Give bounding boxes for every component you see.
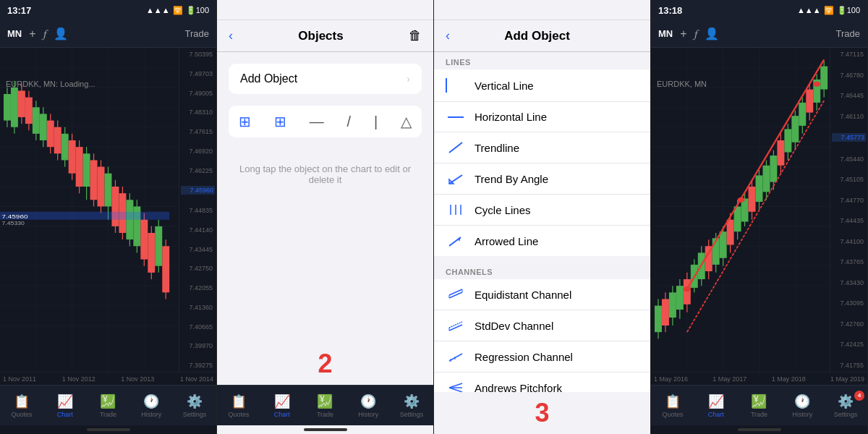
nav-item-quotes-2[interactable]: 📋 Quotes	[224, 393, 253, 418]
svg-line-170	[687, 59, 824, 289]
panel-1-chart: 13:17 ▲▲▲ 🛜 🔋100 MN + 𝑓 👤 Trade EURDKK, …	[0, 0, 217, 434]
filter-vertical-icon[interactable]: |	[374, 114, 378, 130]
svg-rect-126	[676, 286, 684, 310]
svg-line-81	[449, 322, 462, 328]
filter-line-icon[interactable]: —	[310, 114, 324, 130]
filter-all-icon[interactable]: ⊞	[239, 113, 251, 130]
modal-header-3: ‹ Add Object	[434, 20, 650, 52]
status-bar-3	[434, 0, 650, 20]
svg-rect-138	[720, 231, 727, 258]
chart-label-4: Chart	[708, 411, 724, 418]
andrews-pitchfork-item[interactable]: Andrews Pitchfork	[434, 373, 650, 392]
trade-icon-1: 💹	[100, 393, 116, 409]
chart-subtitle-1: EURDKK, MN: Loading...	[6, 80, 95, 88]
svg-rect-158	[791, 116, 799, 142]
regression-channel-item[interactable]: Regression Channel	[434, 341, 650, 373]
regression-channel-label: Regression Channel	[475, 351, 573, 363]
svg-line-77	[449, 289, 462, 295]
trade-label-1: Trade	[100, 411, 116, 418]
battery-icon-1: 🔋100	[186, 6, 209, 15]
vertical-line-item[interactable]: Vertical Line	[434, 69, 650, 102]
svg-rect-64	[162, 246, 169, 292]
battery-icon-4: 🔋100	[837, 6, 860, 15]
settings-label-1: Settings	[183, 411, 207, 418]
filter-fx-icon[interactable]: ⊞	[274, 113, 286, 130]
svg-line-68	[449, 142, 462, 153]
nav-item-chart-2[interactable]: 📈 Chart	[268, 393, 297, 418]
equidistant-channel-item[interactable]: Equidistant Channel	[434, 279, 650, 310]
nav-item-trade-2[interactable]: 💹 Trade	[310, 393, 339, 418]
price-axis-4: 7.47115 7.46780 7.46445 7.46110 7.45773 …	[830, 48, 867, 372]
func-icon-4[interactable]: 𝑓	[694, 27, 697, 41]
history-icon-1: 🕐	[143, 393, 159, 409]
filter-diagonal-icon[interactable]: /	[347, 114, 352, 130]
status-icons-1: ▲▲▲ 🛜 🔋100	[146, 6, 209, 15]
person-icon-1[interactable]: 👤	[54, 27, 68, 41]
chevron-right-2: ›	[407, 73, 410, 85]
chart-label-2: Chart	[274, 411, 290, 418]
settings-icon-2: ⚙️	[404, 393, 420, 409]
chart-title-1: MN	[7, 28, 22, 39]
svg-rect-43	[11, 88, 18, 127]
nav-item-trade-4[interactable]: 💹 Trade	[744, 393, 773, 418]
svg-rect-45	[25, 98, 33, 124]
svg-rect-48	[47, 121, 54, 148]
settings-label-4: Settings	[834, 411, 858, 418]
nav-item-settings-2[interactable]: ⚙️ Settings	[397, 393, 426, 418]
arrowed-line-item[interactable]: Arrowed Line	[434, 226, 650, 256]
svg-line-69	[449, 175, 462, 184]
trade-button-1[interactable]: Trade	[185, 28, 209, 39]
panel-2-objects: ‹ Objects 🗑 Add Object › ⊞ ⊞ — / | △ Lon…	[217, 0, 434, 434]
back-button-3[interactable]: ‹	[446, 28, 450, 43]
nav-item-quotes-4[interactable]: 📋 Quotes	[658, 393, 687, 418]
trade-button-4[interactable]: Trade	[836, 28, 860, 39]
svg-rect-49	[54, 127, 61, 154]
empty-hint-2: Long tap the object on the chart to edit…	[229, 149, 422, 200]
history-icon-2: 🕐	[360, 393, 376, 409]
svg-rect-152	[770, 156, 777, 182]
add-object-row-2[interactable]: Add Object ›	[229, 64, 422, 94]
nav-item-trade-1[interactable]: 💹 Trade	[93, 393, 122, 418]
quotes-label-4: Quotes	[662, 411, 683, 418]
stddev-channel-item[interactable]: StdDev Channel	[434, 310, 650, 341]
nav-item-chart-1[interactable]: 📈 Chart	[51, 393, 80, 418]
add-icon-4[interactable]: +	[680, 27, 686, 41]
svg-rect-156	[784, 129, 791, 152]
history-label-1: History	[141, 411, 161, 418]
home-indicator-1	[87, 428, 130, 431]
nav-item-settings-1[interactable]: ⚙️ Settings	[180, 393, 209, 418]
back-button-2[interactable]: ‹	[229, 28, 233, 43]
bottom-nav-4: 📋 Quotes 📈 Chart 💹 Trade 🕐 History ⚙️ 4 …	[651, 385, 867, 425]
svg-rect-51	[69, 140, 76, 174]
add-object-text-2: Add Object	[240, 72, 297, 85]
svg-line-76	[449, 292, 462, 298]
add-icon-1[interactable]: +	[29, 27, 35, 41]
nav-item-quotes-1[interactable]: 📋 Quotes	[7, 393, 36, 418]
modal-title-2: Objects	[298, 29, 343, 43]
svg-rect-124	[669, 292, 676, 318]
chart-title-4: MN	[658, 28, 673, 39]
delete-button-2[interactable]: 🗑	[409, 28, 422, 43]
history-label-2: History	[358, 411, 378, 418]
quotes-icon-4: 📋	[665, 393, 681, 409]
cycle-lines-item[interactable]: Cycle Lines	[434, 195, 650, 226]
person-icon-4[interactable]: 👤	[705, 27, 719, 41]
trend-by-angle-item[interactable]: Trend By Angle	[434, 163, 650, 195]
func-icon-1[interactable]: 𝑓	[43, 27, 46, 41]
nav-item-history-1[interactable]: 🕐 History	[137, 393, 166, 418]
stddev-channel-icon	[446, 319, 466, 332]
trendline-item[interactable]: Trendline	[434, 132, 650, 163]
nav-item-history-2[interactable]: 🕐 History	[354, 393, 383, 418]
status-bar-4: 13:18 ▲▲▲ 🛜 🔋100	[651, 0, 867, 20]
filter-trend-icon[interactable]: △	[401, 113, 412, 130]
svg-text:7.45330: 7.45330	[1, 221, 24, 226]
svg-rect-122	[662, 299, 669, 326]
horizontal-line-item[interactable]: Horizontal Line	[434, 102, 650, 132]
nav-item-settings-4[interactable]: ⚙️ 4 Settings	[831, 393, 860, 418]
chart-header-4: MN + 𝑓 👤 Trade	[651, 20, 867, 48]
nav-item-chart-4[interactable]: 📈 Chart	[702, 393, 731, 418]
nav-item-history-4[interactable]: 🕐 History	[788, 393, 817, 418]
status-bar-1: 13:17 ▲▲▲ 🛜 🔋100	[0, 0, 216, 20]
arrowed-line-icon	[446, 234, 466, 247]
signal-icon-1: ▲▲▲	[146, 6, 170, 14]
